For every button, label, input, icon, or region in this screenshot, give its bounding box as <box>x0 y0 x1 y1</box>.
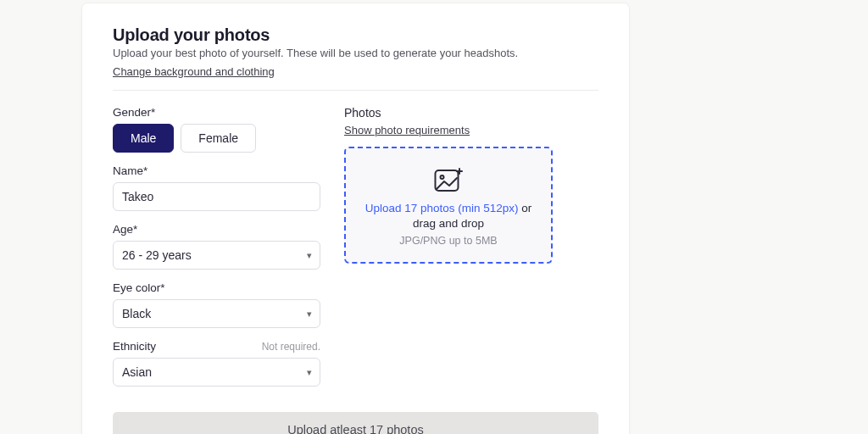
photo-requirements-link[interactable]: Show photo requirements <box>344 124 470 136</box>
eye-color-label: Eye color* <box>113 281 320 294</box>
age-field: Age* 26 - 29 years <box>113 223 320 270</box>
ethnicity-label: Ethnicity <box>113 340 156 353</box>
change-background-link[interactable]: Change background and clothing <box>113 65 275 78</box>
card-header: Upload your photos Upload your best phot… <box>113 25 598 78</box>
svg-point-1 <box>441 175 444 179</box>
divider <box>113 90 598 91</box>
age-label: Age* <box>113 223 320 236</box>
upload-dropzone[interactable]: Upload 17 photos (min 512px) or drag and… <box>344 147 553 264</box>
ethnicity-label-row: Ethnicity Not required. <box>113 340 320 353</box>
photos-column: Photos Show photo requirements Upload 17… <box>344 106 553 387</box>
eye-color-field: Eye color* Black <box>113 281 320 328</box>
name-field: Name* <box>113 164 320 211</box>
ethnicity-hint: Not required. <box>262 341 320 353</box>
ethnicity-select[interactable]: Asian <box>113 358 320 387</box>
dropzone-format-text: JPG/PNG up to 5MB <box>358 235 539 247</box>
gender-label: Gender* <box>113 106 320 119</box>
name-label: Name* <box>113 164 320 177</box>
image-upload-icon <box>434 167 463 192</box>
page-subtitle: Upload your best photo of yourself. Thes… <box>113 47 598 59</box>
photos-label: Photos <box>344 106 553 120</box>
age-select[interactable]: 26 - 29 years <box>113 241 320 270</box>
gender-male-button[interactable]: Male <box>113 124 174 153</box>
ethnicity-field: Ethnicity Not required. Asian <box>113 340 320 387</box>
name-input[interactable] <box>113 182 320 211</box>
gender-female-button[interactable]: Female <box>181 124 256 153</box>
form-column: Gender* Male Female Name* Age* 26 - 29 y… <box>113 106 320 387</box>
gender-field: Gender* Male Female <box>113 106 320 153</box>
page-title: Upload your photos <box>113 25 598 45</box>
upload-submit-button[interactable]: Upload atleast 17 photos <box>113 412 598 434</box>
dropzone-text: Upload 17 photos (min 512px) or drag and… <box>358 201 539 231</box>
upload-card: Upload your photos Upload your best phot… <box>82 3 629 434</box>
upload-link-text: Upload 17 photos (min 512px) <box>365 202 519 214</box>
eye-color-select[interactable]: Black <box>113 299 320 328</box>
